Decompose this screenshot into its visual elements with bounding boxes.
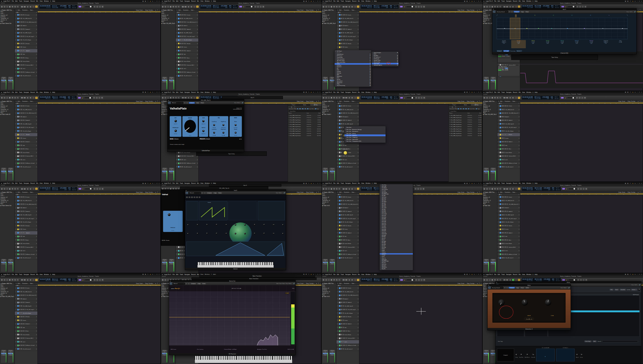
file-row[interactable]: ∿ OS_LMN_Top 03.wav27/01/18…89 KB bbox=[288, 119, 321, 121]
band-icon-1[interactable]: ⌐ bbox=[515, 14, 517, 17]
track-onoff-dot[interactable] bbox=[36, 338, 37, 339]
status-icon-6[interactable]: ⊙ bbox=[317, 274, 318, 275]
menu-item-mix[interactable]: Mix bbox=[36, 274, 38, 275]
menu-item-1[interactable]: 1 bbox=[50, 274, 51, 275]
bar-ruler[interactable]: 293337414549535761656973778185899397 bbox=[38, 103, 161, 104]
record-enable-button[interactable]: R bbox=[344, 211, 345, 212]
track-tool-1[interactable]: ▦ bbox=[338, 103, 339, 104]
env-knob[interactable] bbox=[580, 354, 583, 356]
input-monitor-button[interactable]: I bbox=[507, 196, 508, 198]
mute-button[interactable]: M bbox=[341, 163, 342, 164]
mute-button[interactable]: M bbox=[341, 337, 342, 339]
track-onoff-dot[interactable] bbox=[36, 113, 37, 113]
menu-item-navigate[interactable]: Navigate bbox=[24, 182, 29, 184]
lcd-display[interactable]: 01:02:02:22.8557 1 1 157 1 1 170 3 2 161… bbox=[522, 96, 560, 100]
lcd-time[interactable]: 01:01:07:08.6831 1 1 1 bbox=[39, 278, 51, 282]
input-monitor-button[interactable]: I bbox=[24, 225, 26, 226]
menu-item-help[interactable]: Help bbox=[52, 0, 55, 2]
toolbar-icon-2[interactable]: ◔ bbox=[328, 188, 330, 190]
menu-item-navigate[interactable]: Navigate bbox=[345, 182, 351, 184]
apple-menu-icon[interactable]: ● bbox=[1, 182, 2, 184]
track-row[interactable]: 5MSRIAudio 6 bbox=[15, 119, 37, 122]
strip-eq[interactable]: EQ bbox=[491, 352, 496, 353]
menu-item-track[interactable]: Track bbox=[501, 182, 505, 184]
record-enable-button[interactable]: R bbox=[344, 14, 345, 16]
serum-knob[interactable] bbox=[244, 224, 246, 226]
toolbar-icon-5[interactable]: ⇅ bbox=[336, 6, 338, 8]
strip-setting[interactable]: Setting bbox=[8, 168, 13, 169]
menu-item-navigate[interactable]: Navigate bbox=[24, 274, 29, 275]
view-menu[interactable]: View ⌄ bbox=[30, 10, 34, 11]
track-onoff-dot[interactable] bbox=[358, 222, 358, 222]
solo-button[interactable]: S bbox=[343, 214, 344, 216]
perf-knob[interactable] bbox=[520, 354, 522, 356]
solo-button[interactable]: S bbox=[182, 25, 183, 26]
input-monitor-button[interactable]: I bbox=[24, 155, 26, 157]
input-monitor-button[interactable]: I bbox=[507, 148, 508, 150]
stop-button[interactable]: ■ bbox=[509, 188, 511, 190]
track-row[interactable]: 15MSRISuitcase Mk II bbox=[15, 63, 37, 67]
text-tool-icon[interactable]: T bbox=[640, 101, 641, 102]
status-icon-5[interactable]: ◔ bbox=[637, 1, 638, 2]
solo-button[interactable]: S bbox=[21, 348, 22, 350]
view-selector[interactable]: View: Editor ⌄ bbox=[561, 287, 568, 288]
lcd-position[interactable]: 42 3 1 12070 3 2 161 bbox=[534, 187, 543, 191]
mute-button[interactable]: M bbox=[19, 313, 20, 314]
track-tool-2[interactable]: S bbox=[501, 103, 501, 104]
record-enable-button[interactable]: R bbox=[183, 36, 185, 37]
input-monitor-button[interactable]: I bbox=[507, 163, 508, 164]
strip-eq[interactable]: EQ bbox=[8, 260, 13, 262]
snap-menu[interactable]: Snap: Smart ⌄ bbox=[458, 283, 466, 284]
track-onoff-dot[interactable] bbox=[358, 316, 358, 317]
cycle-button[interactable]: ⟳ bbox=[35, 188, 38, 190]
next-preset-button[interactable]: › bbox=[204, 192, 206, 194]
window-close-icon[interactable] bbox=[186, 190, 187, 191]
record-enable-button[interactable]: R bbox=[23, 43, 24, 44]
mute-button[interactable]: M bbox=[502, 243, 503, 244]
track-onoff-dot[interactable] bbox=[36, 152, 37, 153]
track-row[interactable]: 2MSOS_LMN_Kick 01 bbox=[336, 199, 359, 203]
volume-handle[interactable] bbox=[573, 6, 574, 7]
record-enable-button[interactable]: R bbox=[344, 287, 345, 289]
solo-button[interactable]: S bbox=[21, 218, 22, 219]
functions-menu[interactable]: Functions ⌄ bbox=[22, 283, 29, 284]
strip-eq[interactable]: EQ bbox=[162, 260, 167, 262]
toolbar-icon-2[interactable]: ◔ bbox=[167, 97, 169, 99]
solo-button[interactable]: S bbox=[343, 313, 344, 314]
menu-item-file[interactable]: File bbox=[172, 274, 174, 275]
lane-value[interactable]: -4.0 dB bbox=[506, 56, 510, 57]
toolbar-icon-0[interactable]: ▤ bbox=[483, 279, 485, 281]
mute-button[interactable]: M bbox=[341, 120, 342, 121]
track-row[interactable]: 16MSInit 0 bbox=[15, 67, 37, 71]
channel-strip[interactable]: SettingEQStereo OutRead bbox=[490, 76, 496, 90]
track-row[interactable]: 15MSRISuitcase Mk II bbox=[336, 245, 359, 249]
pointer-tool-icon[interactable]: ➤ bbox=[638, 192, 639, 193]
menu-item-help[interactable]: Help bbox=[535, 182, 537, 184]
toolbar-icon-5[interactable]: ⇅ bbox=[497, 188, 499, 190]
serum-knob[interactable] bbox=[187, 233, 189, 234]
mute-button[interactable]: M bbox=[19, 330, 20, 332]
channel-strip[interactable]: SettingEQStereo OutRead bbox=[1, 76, 7, 90]
menu-item-1[interactable]: 1 bbox=[532, 91, 533, 93]
track-row[interactable]: 4MSAudio 5 bbox=[15, 115, 37, 119]
menu-item-navigate[interactable]: Navigate bbox=[506, 274, 511, 275]
track-row[interactable]: 13MSRIBass bbox=[497, 238, 520, 242]
track-row[interactable]: 1MSRIDrums bbox=[15, 13, 37, 17]
browser-nav-icon-0[interactable]: ‹ bbox=[449, 106, 450, 108]
menu-item-logic-pro-x[interactable]: Logic Pro X bbox=[325, 91, 332, 93]
file-row[interactable]: ∿ OS_LMN_Top 01.wav26/01/18…30 KB bbox=[288, 114, 321, 117]
record-enable-button[interactable]: R bbox=[505, 155, 506, 157]
strip-setting[interactable]: Setting bbox=[491, 168, 496, 169]
solo-button[interactable]: S bbox=[182, 14, 183, 16]
track-tool-0[interactable]: + bbox=[337, 194, 338, 195]
track-onoff-dot[interactable] bbox=[519, 163, 519, 164]
cycle-band[interactable] bbox=[520, 194, 643, 194]
solo-button[interactable]: S bbox=[503, 152, 505, 153]
status-icon-6[interactable]: ⊙ bbox=[639, 183, 640, 184]
traffic-light[interactable] bbox=[165, 276, 165, 277]
track-row[interactable]: 8MSOS_LM..mTopaz bbox=[176, 38, 198, 42]
param-knob[interactable] bbox=[235, 132, 237, 134]
status-icon-6[interactable]: ⊙ bbox=[478, 274, 479, 275]
channel-strip[interactable]: SettingEQStereo OutRead bbox=[322, 349, 329, 363]
status-icon-3[interactable]: ▲ bbox=[150, 183, 151, 184]
